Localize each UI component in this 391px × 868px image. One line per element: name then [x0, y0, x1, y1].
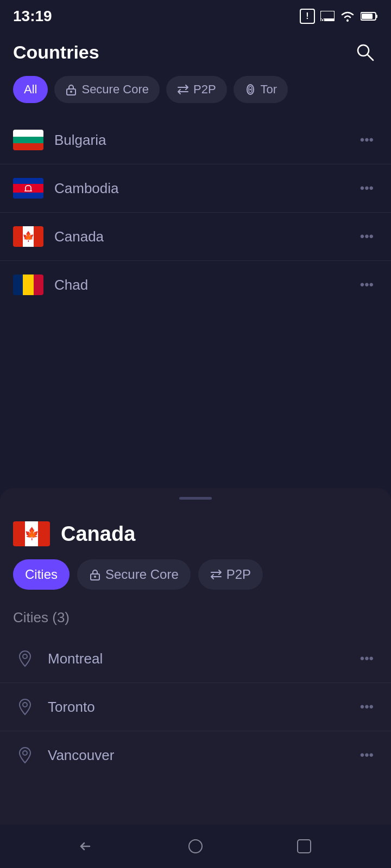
- country-item-bulgaria[interactable]: Bulgaria •••: [0, 116, 391, 164]
- country-item-chad[interactable]: Chad •••: [0, 261, 391, 309]
- page-title: Countries: [13, 42, 99, 63]
- location-icon-vancouver: [13, 743, 37, 767]
- search-button[interactable]: [352, 39, 378, 65]
- lock-icon: [65, 84, 77, 95]
- cities-list: Montreal ••• Toronto ••• Vancouver: [0, 635, 391, 779]
- svg-point-4: [346, 20, 349, 22]
- maple-leaf-icon: 🍁: [22, 231, 34, 242]
- cities-section-title: Cities (3): [0, 605, 391, 635]
- recent-icon: [297, 839, 312, 854]
- flag-bulgaria: [13, 130, 43, 150]
- tab-tor[interactable]: Tor: [234, 76, 288, 103]
- more-button-cambodia[interactable]: •••: [356, 176, 378, 200]
- svg-line-9: [368, 55, 373, 60]
- sheet-lock-icon: [89, 569, 101, 580]
- city-item-toronto[interactable]: Toronto •••: [0, 683, 391, 731]
- sheet-arrows-icon: [210, 569, 222, 580]
- nav-home-button[interactable]: [180, 831, 211, 861]
- filter-tabs: All Secure Core P2P Tor: [0, 76, 391, 116]
- more-button-vancouver[interactable]: •••: [356, 743, 378, 767]
- sheet-handle: [179, 497, 212, 500]
- country-name-bulgaria: Bulgaria: [54, 132, 356, 149]
- svg-rect-7: [362, 14, 373, 19]
- svg-point-11: [70, 91, 72, 93]
- status-icons: !: [300, 9, 378, 24]
- header: Countries: [0, 30, 391, 76]
- svg-point-18: [23, 654, 27, 659]
- nav-bar: [0, 825, 391, 868]
- location-icon-montreal: [13, 647, 37, 671]
- bottom-sheet: 🍁 Canada Cities Secure Core P2P Citi: [0, 488, 391, 868]
- city-name-vancouver: Vancouver: [48, 747, 356, 764]
- arrows-icon: [177, 84, 189, 95]
- more-button-toronto[interactable]: •••: [356, 695, 378, 719]
- battery-icon: [361, 11, 378, 21]
- home-icon: [188, 839, 203, 854]
- more-button-montreal[interactable]: •••: [356, 647, 378, 671]
- city-item-vancouver[interactable]: Vancouver •••: [0, 731, 391, 779]
- location-icon-toronto: [13, 695, 37, 719]
- tab-all[interactable]: All: [13, 76, 48, 103]
- city-item-montreal[interactable]: Montreal •••: [0, 635, 391, 683]
- nav-recent-button[interactable]: [289, 831, 319, 861]
- svg-rect-22: [298, 840, 311, 853]
- status-time: 13:19: [13, 8, 52, 25]
- sheet-flag-canada: 🍁: [13, 521, 50, 546]
- flag-cambodia: [13, 178, 43, 199]
- country-name-cambodia: Cambodia: [54, 180, 356, 197]
- sheet-maple-leaf-icon: 🍁: [24, 527, 39, 541]
- sheet-tab-p2p[interactable]: P2P: [198, 559, 263, 590]
- onion-icon: [244, 84, 256, 95]
- sheet-filter-tabs: Cities Secure Core P2P: [0, 559, 391, 605]
- nav-back-button[interactable]: [72, 831, 102, 861]
- back-icon: [79, 838, 95, 854]
- search-icon: [355, 42, 375, 62]
- sheet-tab-secure-core[interactable]: Secure Core: [77, 559, 191, 590]
- flag-chad: [13, 275, 43, 295]
- status-bar: 13:19 !: [0, 0, 391, 30]
- cast-icon: [320, 11, 335, 22]
- sheet-header: 🍁 Canada: [0, 513, 391, 559]
- country-name-chad: Chad: [54, 277, 356, 293]
- country-list: Bulgaria ••• Cambodia ••• 🍁 Canada •••: [0, 116, 391, 309]
- country-name-canada: Canada: [54, 228, 356, 245]
- svg-point-21: [189, 840, 202, 853]
- more-button-bulgaria[interactable]: •••: [356, 128, 378, 152]
- tab-secure-core[interactable]: Secure Core: [54, 76, 160, 103]
- svg-point-3: [322, 20, 324, 21]
- wifi-icon: [340, 10, 355, 22]
- city-name-montreal: Montreal: [48, 650, 356, 667]
- svg-point-17: [94, 576, 96, 578]
- more-button-canada[interactable]: •••: [356, 225, 378, 248]
- svg-rect-6: [376, 15, 377, 18]
- sheet-tab-cities[interactable]: Cities: [13, 559, 70, 590]
- country-item-cambodia[interactable]: Cambodia •••: [0, 164, 391, 213]
- svg-point-8: [358, 45, 369, 56]
- flag-canada: 🍁: [13, 226, 43, 247]
- city-name-toronto: Toronto: [48, 699, 356, 716]
- sheet-country-name: Canada: [61, 522, 135, 546]
- svg-point-14: [249, 89, 251, 91]
- more-button-chad[interactable]: •••: [356, 273, 378, 297]
- svg-point-20: [23, 751, 27, 755]
- tab-p2p[interactable]: P2P: [166, 76, 227, 103]
- svg-point-19: [23, 703, 27, 707]
- alert-icon: !: [300, 9, 315, 24]
- country-item-canada[interactable]: 🍁 Canada •••: [0, 213, 391, 261]
